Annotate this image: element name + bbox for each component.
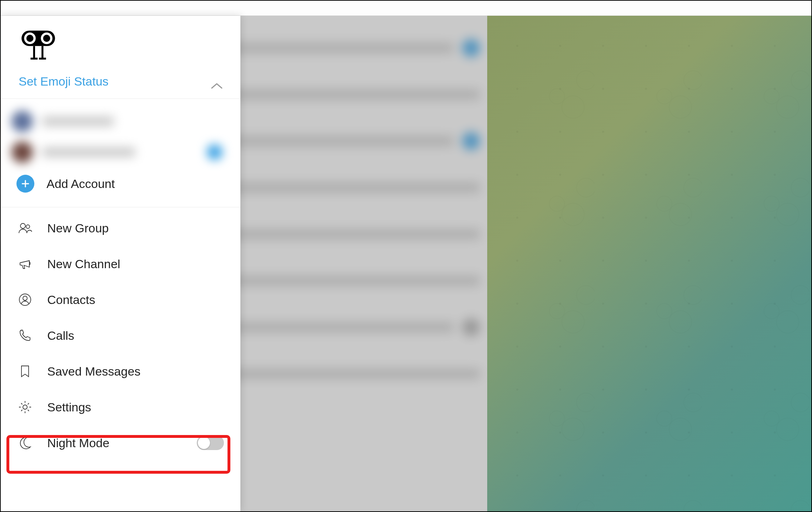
chat-background-panel — [487, 16, 811, 511]
collapse-accounts-caret[interactable] — [210, 82, 223, 92]
menu-item-settings[interactable]: Settings — [1, 389, 240, 425]
menu-label: New Group — [47, 221, 109, 235]
svg-point-2 — [26, 35, 34, 42]
app-window: Set Emoji Status — [0, 0, 812, 512]
gear-icon — [17, 400, 33, 414]
menu-label: Contacts — [47, 293, 95, 307]
menu-item-night-mode[interactable]: Night Mode — [1, 425, 240, 461]
menu-label: Settings — [47, 400, 91, 414]
group-icon — [17, 221, 33, 235]
svg-rect-6 — [41, 46, 43, 58]
menu-item-new-channel[interactable]: New Channel — [1, 246, 240, 282]
menu-item-calls[interactable]: Calls — [1, 318, 240, 353]
svg-rect-7 — [30, 58, 38, 59]
menu-item-saved-messages[interactable]: Saved Messages — [1, 353, 240, 389]
phone-icon — [17, 328, 33, 343]
menu-label: Saved Messages — [47, 364, 141, 378]
svg-point-10 — [26, 225, 30, 228]
window-titlebar — [1, 1, 811, 16]
svg-point-4 — [43, 35, 50, 42]
svg-point-9 — [20, 223, 25, 228]
moon-icon — [17, 436, 33, 450]
set-emoji-status-link[interactable]: Set Emoji Status — [19, 74, 228, 88]
menu-label: Night Mode — [47, 436, 109, 450]
account-item[interactable] — [1, 137, 240, 168]
profile-avatar[interactable] — [19, 29, 58, 61]
svg-rect-8 — [39, 58, 46, 59]
background-doodles — [487, 16, 811, 511]
add-account-label: Add Account — [47, 177, 115, 191]
svg-point-13 — [23, 405, 27, 409]
menu-label: New Channel — [47, 257, 120, 271]
add-account-button[interactable]: Add Account — [1, 168, 240, 200]
menu-item-new-group[interactable]: New Group — [1, 210, 240, 246]
account-item[interactable] — [1, 106, 240, 137]
menu-item-contacts[interactable]: Contacts — [1, 282, 240, 318]
night-mode-toggle[interactable] — [197, 436, 224, 450]
menu-label: Calls — [47, 329, 74, 343]
accounts-section: Add Account — [1, 99, 240, 207]
chevron-up-icon — [210, 82, 223, 90]
content-area: Set Emoji Status — [1, 16, 811, 511]
plus-icon — [16, 175, 34, 193]
menu-list: New Group New Channel Contacts — [1, 207, 240, 461]
megaphone-icon — [17, 257, 33, 271]
svg-rect-5 — [33, 46, 35, 58]
hamburger-drawer: Set Emoji Status — [1, 16, 240, 511]
bookmark-icon — [17, 364, 33, 378]
avatar-robot-icon — [19, 29, 58, 61]
svg-point-12 — [23, 296, 27, 300]
drawer-header: Set Emoji Status — [1, 16, 240, 98]
contact-icon — [17, 293, 33, 307]
